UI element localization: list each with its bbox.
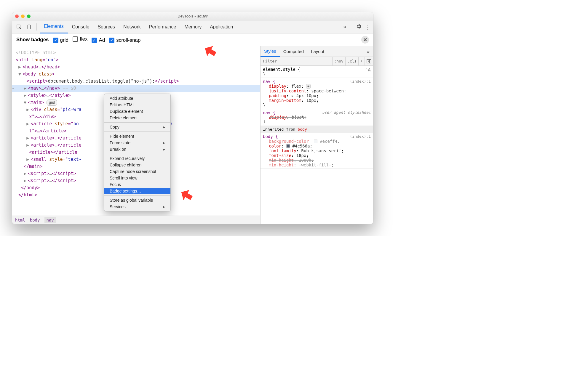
tab-application[interactable]: Application bbox=[206, 20, 237, 33]
ctx-break-on[interactable]: Break on▶ bbox=[104, 146, 170, 153]
separator bbox=[351, 23, 351, 31]
more-tabs-icon[interactable]: » bbox=[343, 24, 346, 30]
crumb-html[interactable]: html bbox=[15, 218, 25, 222]
ctx-scroll-into-view[interactable]: Scroll into view bbox=[104, 175, 170, 181]
tab-network[interactable]: Network bbox=[119, 20, 145, 33]
window-controls bbox=[15, 15, 31, 18]
ctx-capture-node-screenshot[interactable]: Capture node screenshot bbox=[104, 168, 170, 175]
sidebar-tabs: StylesComputedLayout» bbox=[261, 46, 373, 57]
nav-rule[interactable]: (index):1 nav { display: flex; ⊞justify-… bbox=[261, 78, 373, 109]
crumb-body[interactable]: body bbox=[30, 218, 40, 222]
crumb-nav[interactable]: nav bbox=[44, 217, 55, 223]
ctx-badge-settings-[interactable]: Badge settings… bbox=[104, 188, 170, 194]
devtools-window: DevTools - jec.fyi/ ElementsConsoleSourc… bbox=[12, 12, 373, 224]
filter-btn-hov[interactable]: :hov bbox=[332, 57, 345, 65]
breadcrumb[interactable]: htmlbodynav bbox=[12, 216, 260, 224]
filter-btn-[interactable]: + bbox=[358, 57, 365, 65]
element-style-rule[interactable]: element.style {ᴬA } bbox=[261, 66, 373, 78]
main-toolbar: ElementsConsoleSourcesNetworkPerformance… bbox=[12, 20, 373, 33]
filter-bar: :hov.cls+ bbox=[261, 57, 373, 66]
inspect-icon[interactable] bbox=[15, 23, 23, 31]
inherited-from-bar: Inherited from body bbox=[261, 126, 373, 133]
filter-btn-cls[interactable]: .cls bbox=[345, 57, 358, 65]
device-toggle-icon[interactable] bbox=[25, 23, 33, 31]
ctx-force-state[interactable]: Force state▶ bbox=[104, 139, 170, 146]
sidebar-tab-layout[interactable]: Layout bbox=[307, 46, 328, 57]
tab-memory[interactable]: Memory bbox=[180, 20, 206, 33]
titlebar: DevTools - jec.fyi/ bbox=[12, 12, 373, 20]
badges-label: Show badges bbox=[16, 37, 49, 43]
zoom-window-icon[interactable] bbox=[27, 15, 31, 18]
ctx-store-as-global-variable[interactable]: Store as global variable bbox=[104, 195, 170, 203]
selected-node[interactable]: ▶<nav>…</nav> == $0 bbox=[12, 85, 260, 92]
svg-rect-3 bbox=[367, 60, 371, 63]
tab-performance[interactable]: Performance bbox=[145, 20, 180, 33]
filter-input[interactable] bbox=[261, 59, 332, 63]
tab-elements[interactable]: Elements bbox=[40, 20, 68, 33]
ctx-expand-recursively[interactable]: Expand recursively bbox=[104, 154, 170, 162]
body-rule[interactable]: (index):1 body { background-color: #ecef… bbox=[261, 133, 373, 169]
ctx-duplicate-element[interactable]: Duplicate element bbox=[104, 108, 170, 115]
settings-gear-icon[interactable] bbox=[356, 23, 362, 31]
ctx-hide-element[interactable]: Hide element bbox=[104, 131, 170, 139]
ctx-services[interactable]: Services▶ bbox=[104, 203, 170, 210]
badge-checkbox-grid[interactable]: ✓grid bbox=[53, 37, 68, 43]
close-window-icon[interactable] bbox=[15, 15, 19, 18]
separator bbox=[36, 23, 37, 31]
sidebar-tab-styles[interactable]: Styles bbox=[261, 46, 280, 57]
doctype: <!DOCTYPE html> bbox=[16, 49, 260, 56]
minimize-window-icon[interactable] bbox=[21, 15, 25, 18]
more-sidebar-tabs-icon[interactable]: » bbox=[364, 46, 373, 57]
badge-checkbox-scroll-snap[interactable]: ✓scroll-snap bbox=[109, 37, 140, 43]
ctx-edit-as-html[interactable]: Edit as HTML bbox=[104, 102, 170, 108]
tab-console[interactable]: Console bbox=[68, 20, 94, 33]
panel-tabs: ElementsConsoleSourcesNetworkPerformance… bbox=[40, 20, 342, 33]
badge-settings-bar: Show badges ✓gridflex✓Ad✓scroll-snap ✕ bbox=[12, 33, 373, 46]
ctx-focus[interactable]: Focus bbox=[104, 181, 170, 188]
nav-ua-rule[interactable]: user agent stylesheet nav { display: blo… bbox=[261, 109, 373, 126]
styles-panel: StylesComputedLayout» :hov.cls+ element.… bbox=[261, 46, 373, 224]
ctx-collapse-children[interactable]: Collapse children bbox=[104, 162, 170, 168]
context-menu: Add attributeEdit as HTMLDuplicate eleme… bbox=[104, 94, 171, 211]
grid-badge[interactable]: grid bbox=[47, 100, 57, 106]
ctx-copy[interactable]: Copy▶ bbox=[104, 122, 170, 130]
ctx-add-attribute[interactable]: Add attribute bbox=[104, 95, 170, 102]
tab-sources[interactable]: Sources bbox=[93, 20, 119, 33]
close-badges-icon[interactable]: ✕ bbox=[361, 36, 369, 44]
toggle-sidebar-icon[interactable] bbox=[365, 57, 373, 65]
ctx-delete-element[interactable]: Delete element bbox=[104, 115, 170, 121]
main-area: <!DOCTYPE html> <html lang="en"> ▶<head>… bbox=[12, 46, 373, 224]
styles-list[interactable]: element.style {ᴬA } (index):1 nav { disp… bbox=[261, 66, 373, 224]
badge-checkbox-Ad[interactable]: ✓Ad bbox=[92, 37, 105, 43]
window-title: DevTools - jec.fyi/ bbox=[12, 14, 373, 18]
sidebar-tab-computed[interactable]: Computed bbox=[280, 46, 307, 57]
elements-panel: <!DOCTYPE html> <html lang="en"> ▶<head>… bbox=[12, 46, 261, 224]
badge-checkbox-flex[interactable]: flex bbox=[73, 36, 87, 42]
